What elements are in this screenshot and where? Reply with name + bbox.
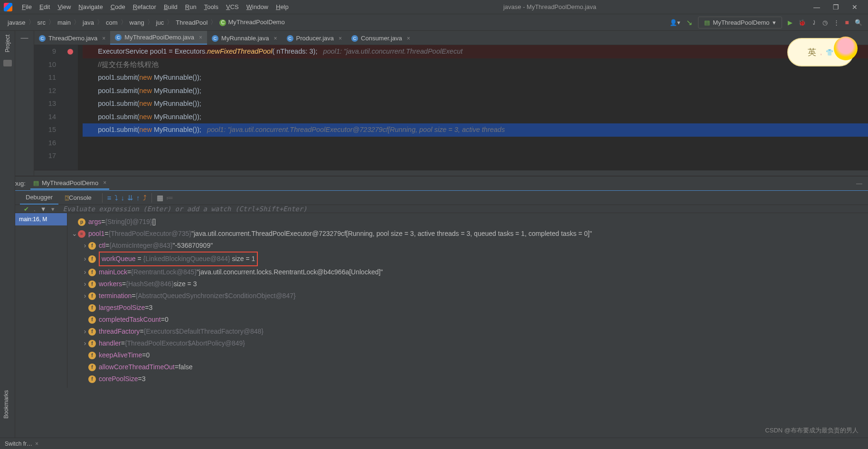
variable-row[interactable]: ›fhandler = {ThreadPoolExecutor$AbortPol… bbox=[67, 337, 868, 349]
show-exec-point-button[interactable]: ≡ bbox=[107, 194, 112, 202]
menu-help[interactable]: Help bbox=[272, 1, 292, 12]
expand-icon[interactable]: › bbox=[82, 253, 88, 265]
editor-tab[interactable]: CMyThreadPoolDemo.java× bbox=[110, 31, 207, 45]
menu-window[interactable]: Window bbox=[243, 1, 272, 12]
menu-build[interactable]: Build bbox=[160, 1, 181, 12]
bookmarks-tool-button[interactable]: Bookmarks bbox=[3, 390, 9, 419]
variable-row[interactable]: ⌄≡pool1 = {ThreadPoolExecutor@735} "java… bbox=[67, 228, 868, 240]
variable-row[interactable]: flargestPoolSize = 3 bbox=[67, 302, 868, 314]
breakpoint-icon[interactable] bbox=[67, 49, 73, 55]
console-tab[interactable]: ⍰Console bbox=[59, 191, 97, 204]
folder-icon[interactable] bbox=[3, 60, 12, 66]
debug-hide-button[interactable]: — bbox=[856, 180, 862, 187]
code-content[interactable]: ExecutorService pool1 = Executors.newFix… bbox=[78, 45, 868, 170]
expand-icon[interactable]: › bbox=[82, 326, 88, 337]
crumb-java[interactable]: java bbox=[81, 19, 96, 26]
run-configuration-selector[interactable]: ▤ MyThreadPoolDemo ▾ bbox=[698, 17, 782, 28]
line-gutter: 91011121314151617 bbox=[34, 45, 63, 170]
variable-row[interactable]: fcorePoolSize = 3 bbox=[67, 373, 868, 385]
drop-frame-button[interactable]: ⤴ bbox=[143, 194, 147, 202]
editor-tab[interactable]: CThreadDemo.java× bbox=[34, 32, 110, 45]
force-step-into-button[interactable]: ⇊ bbox=[127, 194, 133, 202]
accept-icon[interactable]: ✔ bbox=[24, 206, 29, 213]
close-icon[interactable]: × bbox=[35, 440, 38, 447]
crumb-wang[interactable]: wang bbox=[128, 19, 146, 26]
close-icon[interactable]: × bbox=[102, 35, 105, 42]
menu-code[interactable]: Code bbox=[107, 1, 129, 12]
menu-file[interactable]: File bbox=[18, 1, 36, 12]
menu-view[interactable]: View bbox=[54, 1, 75, 12]
expand-icon[interactable]: › bbox=[82, 290, 88, 302]
update-icon[interactable]: ↘ bbox=[686, 18, 692, 27]
window-title: javase - MyThreadPoolDemo.java bbox=[292, 3, 807, 10]
close-icon[interactable]: × bbox=[103, 179, 106, 186]
variable-row[interactable]: ›fworkQueue = {LinkedBlockingQueue@844} … bbox=[67, 252, 868, 266]
variable-row[interactable]: ›fthreadFactory = {Executors$DefaultThre… bbox=[67, 326, 868, 337]
crumb-ThreadPool[interactable]: ThreadPool bbox=[174, 19, 209, 26]
menu-refactor[interactable]: Refactor bbox=[129, 1, 160, 12]
menu-edit[interactable]: Edit bbox=[36, 1, 54, 12]
chevron-down-icon: ▾ bbox=[773, 19, 776, 26]
code-editor[interactable]: 91011121314151617 ExecutorService pool1 … bbox=[34, 45, 868, 170]
close-icon[interactable]: × bbox=[407, 35, 410, 42]
expand-icon[interactable]: ⌄ bbox=[71, 228, 78, 240]
crumb-javase[interactable]: javase bbox=[6, 19, 28, 26]
user-icon[interactable]: 👤▾ bbox=[670, 19, 680, 26]
variables-panel: pargs = {String[0]@719} []⌄≡pool1 = {Thr… bbox=[67, 213, 868, 388]
debug-button[interactable]: 🐞 bbox=[798, 19, 806, 26]
crumb-juc[interactable]: juc bbox=[154, 19, 166, 26]
evaluate-button[interactable]: ▦ bbox=[157, 194, 163, 202]
expand-icon[interactable]: › bbox=[82, 337, 88, 349]
attach-button[interactable]: ⋮ bbox=[833, 19, 840, 26]
variable-row[interactable]: ›fworkers = {HashSet@846} size = 3 bbox=[67, 278, 868, 290]
variable-row[interactable]: ›fmainLock = {ReentrantLock@845} "java.u… bbox=[67, 266, 868, 278]
stack-frame[interactable]: main:16, M bbox=[15, 213, 67, 225]
trace-button[interactable]: ≔ bbox=[166, 194, 173, 202]
crumb-main[interactable]: main bbox=[56, 19, 73, 26]
filter-icon[interactable]: ▼ bbox=[40, 206, 47, 213]
expand-icon[interactable]: › bbox=[82, 240, 88, 252]
close-icon[interactable]: × bbox=[274, 35, 277, 42]
close-icon[interactable]: × bbox=[199, 34, 202, 41]
crumb-com[interactable]: com bbox=[104, 19, 120, 26]
run-button[interactable]: ▶ bbox=[788, 19, 793, 26]
menu-vcs[interactable]: VCS bbox=[222, 1, 243, 12]
expand-icon[interactable]: › bbox=[82, 278, 88, 290]
crumb-MyThreadPoolDemo[interactable]: CMyThreadPoolDemo bbox=[217, 19, 286, 26]
coverage-button[interactable]: ⤸ bbox=[811, 19, 817, 26]
minimize-button[interactable]: — bbox=[807, 3, 826, 11]
horizontal-scrollbar[interactable] bbox=[34, 170, 868, 176]
collapse-button[interactable]: — bbox=[15, 31, 34, 176]
close-button[interactable]: ✕ bbox=[845, 3, 864, 11]
maximize-button[interactable]: ❐ bbox=[826, 3, 845, 11]
menu-navigate[interactable]: Navigate bbox=[75, 1, 106, 12]
editor-tab[interactable]: CProducer.java× bbox=[282, 32, 347, 45]
debug-session-tab[interactable]: ▤ MyThreadPoolDemo × bbox=[30, 178, 109, 190]
menu-tools[interactable]: Tools bbox=[200, 1, 222, 12]
crumb-src[interactable]: src bbox=[36, 19, 47, 26]
variable-row[interactable]: pargs = {String[0]@719} [] bbox=[67, 216, 868, 228]
evaluate-input[interactable]: Evaluate expression (Enter) or add a wat… bbox=[63, 205, 864, 213]
variable-row[interactable]: ›ftermination = {AbstractQueuedSynchroni… bbox=[67, 290, 868, 302]
step-over-button[interactable]: ⤵ bbox=[114, 194, 118, 202]
menu-run[interactable]: Run bbox=[181, 1, 200, 12]
close-icon[interactable]: × bbox=[339, 35, 342, 42]
profile-button[interactable]: ◷ bbox=[822, 19, 828, 26]
project-tool-button[interactable]: Project bbox=[2, 31, 13, 56]
stop-button[interactable]: ■ bbox=[845, 19, 849, 26]
step-out-button[interactable]: ↑ bbox=[136, 194, 140, 202]
switch-frame-label[interactable]: Switch fr… bbox=[5, 440, 32, 447]
variable-row[interactable]: fkeepAliveTime = 0 bbox=[67, 349, 868, 361]
variable-row[interactable]: fcompletedTaskCount = 0 bbox=[67, 314, 868, 326]
debugger-tab[interactable]: Debugger bbox=[20, 191, 58, 205]
editor-tab[interactable]: CMyRunnable.java× bbox=[207, 32, 282, 45]
variable-row[interactable]: fallowCoreThreadTimeOut = false bbox=[67, 361, 868, 373]
search-icon[interactable]: 🔍 bbox=[855, 19, 862, 26]
chevron-down-icon[interactable]: ▾ bbox=[51, 206, 55, 213]
step-into-button[interactable]: ↓ bbox=[121, 194, 125, 202]
variable-row[interactable]: ›fctl = {AtomicInteger@843} "-536870909" bbox=[67, 240, 868, 252]
breakpoint-gutter[interactable] bbox=[63, 45, 78, 170]
expand-icon[interactable]: › bbox=[82, 266, 88, 278]
editor-tab[interactable]: CConsumer.java× bbox=[347, 32, 415, 45]
var-type-icon: ≡ bbox=[78, 230, 85, 238]
